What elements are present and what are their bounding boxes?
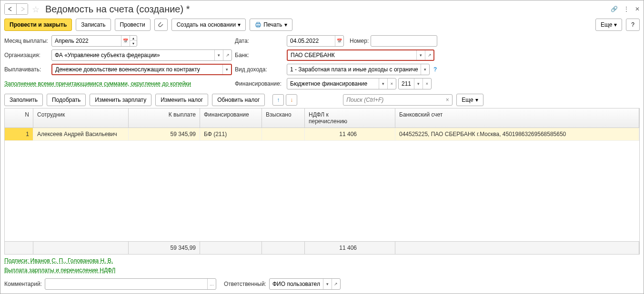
chevron-down-icon: ▾ xyxy=(614,21,617,28)
table-row[interactable]: 1 Алексеев Андрей Васильевич 59 345,99 Б… xyxy=(5,128,639,141)
close-icon[interactable]: ✕ xyxy=(635,6,640,12)
responsible-label: Ответственный: xyxy=(224,281,266,287)
update-tax-button[interactable]: Обновить налог xyxy=(212,94,265,106)
cell-bank: 044525225, ПАО СБЕРБАНК г.Москва, 450198… xyxy=(395,128,639,140)
post-button[interactable]: Провести xyxy=(115,19,151,31)
help-button[interactable]: ? xyxy=(626,19,640,31)
cell-n: 1 xyxy=(5,128,33,140)
link-icon[interactable]: 🔗 xyxy=(611,6,618,12)
chevron-down-icon: ▾ xyxy=(238,21,241,28)
payout-link[interactable]: Выплата зарплаты и перечисление НДФЛ xyxy=(4,267,640,274)
edit-salary-button[interactable]: Изменить зарплату xyxy=(90,94,151,106)
search-clear-icon[interactable]: × xyxy=(443,97,452,103)
favorite-icon[interactable]: ☆ xyxy=(32,4,41,14)
bank-label: Банк: xyxy=(235,52,285,59)
total-ndfl: 11 406 xyxy=(305,242,395,254)
nav-back-button[interactable] xyxy=(5,4,16,14)
finance-code-input[interactable] xyxy=(399,80,414,87)
comment-input[interactable] xyxy=(45,281,207,287)
cell-employee: Алексеев Андрей Васильевич xyxy=(33,128,129,140)
fill-link[interactable]: Заполнение всеми причитающимися суммами,… xyxy=(4,80,191,87)
help-icon[interactable]: ? xyxy=(433,66,437,73)
col-bank[interactable]: Банковский счет xyxy=(395,108,639,127)
open-icon[interactable]: ↗ xyxy=(332,279,340,289)
pay-input[interactable] xyxy=(52,66,222,73)
dropdown-icon[interactable]: ▾ xyxy=(379,78,387,89)
post-and-close-button[interactable]: Провести и закрыть xyxy=(4,19,72,31)
create-based-on-button[interactable]: Создать на основании ▾ xyxy=(171,19,246,31)
calendar-icon[interactable]: 📅 xyxy=(121,36,130,46)
dropdown-icon[interactable]: ▾ xyxy=(222,65,231,74)
edit-tax-button[interactable]: Изменить налог xyxy=(155,94,208,106)
signatures-link[interactable]: Подписи: Иванов С. П., Голованова Н. В. xyxy=(4,257,640,264)
page-title: Ведомость на счета (создание) * xyxy=(45,4,609,15)
dropdown-icon[interactable]: ▾ xyxy=(414,78,423,89)
open-icon[interactable]: ↗ xyxy=(223,50,231,60)
move-up-button[interactable]: ↑ xyxy=(272,94,284,106)
cell-financing: БФ (211) xyxy=(200,128,262,140)
income-label: Вид дохода: xyxy=(235,66,285,73)
dropdown-icon[interactable]: ▾ xyxy=(421,64,429,75)
bank-input[interactable] xyxy=(288,52,416,59)
search-input[interactable] xyxy=(343,97,443,103)
move-down-button[interactable]: ↓ xyxy=(286,94,297,106)
month-down[interactable]: ▼ xyxy=(130,41,137,46)
col-payable[interactable]: К выплате xyxy=(129,108,200,127)
comment-label: Комментарий: xyxy=(4,281,42,287)
dropdown-icon[interactable]: ▾ xyxy=(214,50,223,60)
cell-collected xyxy=(262,128,305,140)
kebab-menu-icon[interactable]: ⋮ xyxy=(624,6,629,12)
chevron-down-icon: ▾ xyxy=(475,97,478,103)
col-ndfl[interactable]: НДФЛ к перечислению xyxy=(305,108,395,127)
cell-ndfl: 11 406 xyxy=(305,128,395,140)
col-employee[interactable]: Сотрудник xyxy=(33,108,129,127)
chevron-down-icon: ▾ xyxy=(284,21,287,28)
org-label: Организация: xyxy=(4,52,50,59)
number-input[interactable] xyxy=(371,38,437,44)
fill-button[interactable]: Заполнить xyxy=(4,94,43,106)
svg-rect-1 xyxy=(257,22,260,24)
col-financing[interactable]: Финансирование xyxy=(200,108,262,127)
printer-icon xyxy=(255,22,262,28)
col-n[interactable]: N xyxy=(5,108,33,127)
attach-button[interactable] xyxy=(154,19,168,31)
dropdown-icon[interactable]: ▾ xyxy=(323,279,332,289)
col-collected[interactable]: Взыскано xyxy=(262,108,305,127)
table-more-button[interactable]: Еще ▾ xyxy=(456,94,483,106)
calendar-icon[interactable]: 📅 xyxy=(335,36,343,46)
number-label: Номер: xyxy=(350,38,369,44)
clear-icon[interactable]: × xyxy=(423,78,431,89)
finance-label: Финансирование: xyxy=(235,80,285,87)
date-label: Дата: xyxy=(235,38,285,44)
date-input[interactable] xyxy=(287,38,335,44)
save-button[interactable]: Записать xyxy=(76,19,111,31)
ellipsis-icon[interactable]: … xyxy=(207,279,216,289)
org-input[interactable] xyxy=(52,52,214,59)
income-input[interactable] xyxy=(287,66,421,73)
nav-forward-button[interactable] xyxy=(16,4,28,14)
pick-button[interactable]: Подобрать xyxy=(47,94,86,106)
more-button[interactable]: Еще ▾ xyxy=(595,19,622,31)
print-button[interactable]: Печать ▾ xyxy=(250,19,292,31)
cell-payable: 59 345,99 xyxy=(129,128,200,140)
dropdown-icon[interactable]: ▾ xyxy=(416,50,425,60)
open-icon[interactable]: ↗ xyxy=(425,50,433,60)
responsible-input[interactable] xyxy=(270,281,323,287)
pay-label: Выплачивать: xyxy=(4,66,50,73)
month-input[interactable] xyxy=(52,38,121,44)
employee-grid: N Сотрудник К выплате Финансирование Взы… xyxy=(4,108,640,255)
clear-icon[interactable]: × xyxy=(387,78,396,89)
month-label: Месяц выплаты: xyxy=(4,38,50,44)
month-up[interactable]: ▲ xyxy=(130,36,137,41)
total-payable: 59 345,99 xyxy=(129,242,200,254)
finance-input[interactable] xyxy=(287,80,379,87)
